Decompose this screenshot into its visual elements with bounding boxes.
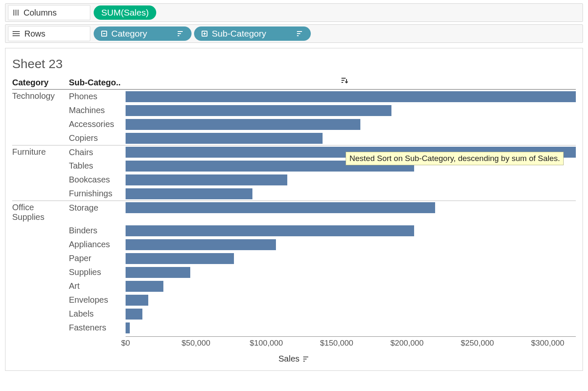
sub-category-cell[interactable]: Accessories [69, 117, 126, 131]
category-cell[interactable]: Office Supplies [12, 201, 69, 224]
bar-row [126, 117, 576, 131]
bar-row [126, 173, 576, 187]
category-cell[interactable] [12, 131, 69, 145]
category-cell[interactable] [12, 159, 69, 173]
sub-category-cell[interactable]: Paper [69, 251, 126, 265]
pill-sum-sales[interactable]: SUM(Sales) [94, 5, 156, 20]
sheet-area: Sheet 23 Nested Sort on Sub-Category, de… [5, 48, 583, 371]
bar-row [126, 201, 576, 214]
x-axis-label-row: Sales [12, 354, 576, 364]
bar-row [126, 187, 576, 201]
bar-row [126, 224, 576, 238]
sub-category-cell[interactable]: Furnishings [69, 187, 126, 201]
category-cell[interactable] [12, 103, 69, 117]
columns-label: Columns [24, 8, 57, 18]
columns-icon [13, 9, 19, 16]
sort-desc-icon[interactable] [303, 356, 310, 362]
columns-shelf[interactable]: Columns SUM(Sales) [5, 3, 583, 22]
bar[interactable] [126, 253, 234, 264]
tick-label: $200,000 [390, 338, 423, 348]
columns-shelf-label-wrap: Columns [8, 5, 90, 20]
category-cell[interactable]: Furniture [12, 145, 69, 159]
category-cell[interactable] [12, 279, 69, 293]
tick-label: $50,000 [181, 338, 210, 348]
category-cell[interactable] [12, 251, 69, 265]
sub-category-cell[interactable]: Envelopes [69, 293, 126, 307]
header-category[interactable]: Category [12, 78, 69, 90]
category-cell[interactable] [12, 307, 69, 321]
sub-category-cell[interactable]: Art [69, 279, 126, 293]
bar[interactable] [126, 309, 142, 320]
sub-category-cell[interactable]: Supplies [69, 265, 126, 279]
pill-category[interactable]: Category [94, 26, 192, 41]
category-cell[interactable] [12, 173, 69, 187]
pill-sub-category[interactable]: Sub-Category [194, 26, 311, 41]
category-cell[interactable] [12, 117, 69, 131]
sub-category-cell[interactable]: Storage [69, 201, 126, 214]
category-cell[interactable] [12, 265, 69, 279]
sub-category-cell[interactable]: Labels [69, 307, 126, 321]
bar-row [126, 103, 576, 117]
bar-row [126, 293, 576, 307]
nested-sort-button[interactable] [340, 76, 349, 85]
bar-row [126, 279, 576, 293]
sub-category-cell[interactable]: Copiers [69, 131, 126, 145]
sub-category-cell[interactable]: Machines [69, 103, 126, 117]
bar[interactable] [126, 281, 163, 292]
chart-grid: Category Sub-Catego.. TechnologyPhonesMa… [12, 78, 576, 335]
bar[interactable] [126, 225, 414, 236]
sort-desc-icon[interactable] [177, 31, 184, 37]
tick-label: $150,000 [320, 338, 353, 348]
expand-icon[interactable] [202, 31, 207, 37]
bar[interactable] [126, 119, 360, 130]
header-sub-category[interactable]: Sub-Catego.. [69, 78, 126, 90]
bar[interactable] [126, 105, 391, 116]
sub-category-cell[interactable]: Bookcases [69, 173, 126, 187]
pill-label: Sub-Category [212, 29, 266, 39]
category-cell[interactable] [12, 321, 69, 335]
bar[interactable] [126, 188, 252, 199]
tick-label: $250,000 [461, 338, 494, 348]
bar-row [126, 251, 576, 265]
rows-shelf-label-wrap: Rows [8, 26, 90, 41]
pill-label: SUM(Sales) [101, 8, 149, 18]
bar[interactable] [126, 322, 130, 333]
rows-label: Rows [24, 29, 45, 39]
bar-row [126, 321, 576, 335]
sort-desc-icon[interactable] [297, 31, 303, 37]
sub-category-cell[interactable]: Binders [69, 224, 126, 238]
x-axis-label[interactable]: Sales [278, 354, 299, 364]
bar[interactable] [126, 91, 576, 102]
header-chart-area [126, 78, 576, 90]
tick-label: $100,000 [249, 338, 283, 348]
bar[interactable] [126, 174, 287, 185]
sub-category-cell[interactable]: Phones [69, 90, 126, 103]
sub-category-cell[interactable]: Fasteners [69, 321, 126, 335]
bar[interactable] [126, 133, 323, 144]
category-cell[interactable]: Technology [12, 90, 69, 103]
pill-label: Category [111, 29, 147, 39]
sheet-title[interactable]: Sheet 23 [12, 57, 576, 71]
bar[interactable] [126, 295, 148, 306]
bar[interactable] [126, 267, 190, 278]
rows-shelf[interactable]: Rows Category Sub-Category [5, 24, 583, 43]
tick-label: $0 [121, 338, 130, 348]
rows-pills: Category Sub-Category [94, 26, 580, 41]
bar-row [126, 307, 576, 321]
x-axis: $0$50,000$100,000$150,000$200,000$250,00… [12, 336, 576, 347]
bar[interactable] [126, 239, 276, 250]
sort-tooltip: Nested Sort on Sub-Category, descending … [346, 152, 564, 165]
category-cell[interactable] [12, 293, 69, 307]
bar[interactable] [126, 202, 435, 213]
sub-category-cell[interactable]: Tables [69, 159, 126, 173]
sub-category-cell[interactable]: Chairs [69, 145, 126, 159]
shelves-panel: Columns SUM(Sales) Rows Category [0, 0, 588, 46]
sub-category-cell[interactable]: Appliances [69, 238, 126, 251]
category-cell[interactable] [12, 187, 69, 201]
collapse-icon[interactable] [101, 31, 107, 37]
bar-row [126, 131, 576, 145]
columns-pills: SUM(Sales) [94, 5, 580, 20]
category-cell[interactable] [12, 238, 69, 251]
category-cell[interactable] [12, 224, 69, 238]
rows-icon [13, 31, 20, 37]
